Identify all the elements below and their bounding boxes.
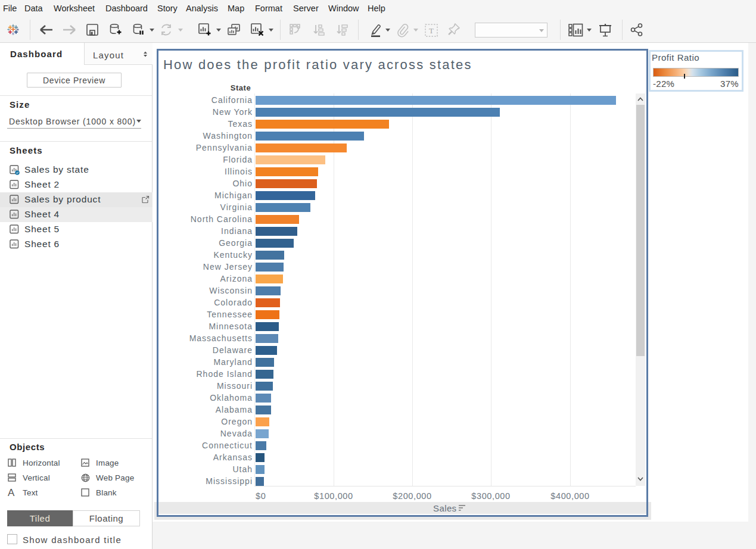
svg-text:T: T — [429, 26, 434, 35]
